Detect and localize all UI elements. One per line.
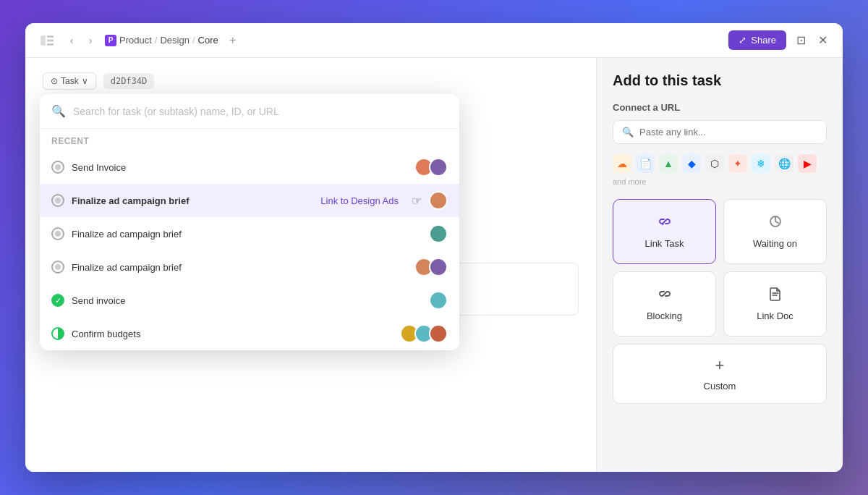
waiting-on-label: Waiting on — [753, 238, 797, 249]
breadcrumb-core[interactable]: Core — [198, 35, 218, 46]
drive-icon[interactable]: ▲ — [659, 154, 678, 173]
item-status-icon — [51, 327, 64, 340]
task-badge-label: Task — [61, 76, 79, 86]
breadcrumb-design[interactable]: Design — [160, 35, 189, 46]
dropdown-item[interactable]: Send Invoice — [40, 151, 459, 184]
dropdown-item[interactable]: ✓Send invoice — [40, 284, 459, 317]
search-input[interactable]: Search for task (or subtask) name, ID, o… — [73, 106, 448, 117]
action-card-blocking[interactable]: Blocking — [613, 271, 716, 337]
right-panel: Add to this task Connect a URL 🔍 ☁📄▲◆⬡✦❄… — [597, 58, 843, 472]
action-card-custom[interactable]: + Custom — [613, 344, 827, 404]
dropdown-item[interactable]: Finalize ad campaign brief — [40, 250, 459, 284]
close-button[interactable]: ✕ — [814, 32, 831, 49]
clickup-icon[interactable]: ☁ — [613, 154, 631, 173]
titlebar-left: ‹ › P Product / Design / Core + — [37, 30, 242, 51]
link-doc-icon — [769, 287, 782, 305]
share-icon: ⤢ — [739, 35, 746, 46]
avatar — [429, 158, 448, 177]
avatar — [429, 258, 448, 276]
custom-label: Custom — [704, 381, 736, 392]
svg-rect-1 — [47, 35, 54, 38]
task-type-badge[interactable]: ⊙ Task ∨ — [43, 72, 96, 90]
url-input-wrapper: 🔍 — [613, 120, 827, 144]
action-card-link-doc[interactable]: Link Doc — [723, 271, 827, 337]
titlebar-right: ⤢ Share ⊡ ✕ — [728, 30, 831, 50]
minimize-button[interactable]: ⊡ — [792, 32, 809, 49]
nav-arrows: ‹ › — [63, 32, 99, 49]
avatar — [429, 324, 448, 343]
dropdown-item[interactable]: Finalize ad campaign brief — [40, 217, 459, 250]
blocking-label: Blocking — [647, 310, 682, 321]
github-icon[interactable]: ⬡ — [705, 154, 724, 173]
avatar-group — [400, 324, 448, 343]
link-task-icon — [658, 214, 672, 232]
dropdown-item[interactable]: Confirm budgets — [40, 317, 459, 350]
avatar-group — [414, 258, 448, 276]
task-dropdown-icon: ∨ — [82, 76, 88, 86]
youtube-icon[interactable]: ▶ — [798, 154, 817, 173]
breadcrumb-product[interactable]: Product — [119, 35, 152, 46]
back-button[interactable]: ‹ — [63, 32, 80, 49]
panel-title: Add to this task — [613, 72, 827, 89]
avatar — [429, 291, 448, 310]
search-dropdown: 🔍 Search for task (or subtask) name, ID,… — [40, 94, 459, 350]
search-input-wrapper: 🔍 Search for task (or subtask) name, ID,… — [40, 94, 459, 129]
cursor-icon: ☞ — [412, 194, 422, 208]
task-header: ⊙ Task ∨ d2Df34D — [43, 72, 579, 90]
dropdown-items-list: Send InvoiceFinalize ad campaign briefLi… — [40, 151, 459, 350]
svg-rect-3 — [47, 43, 54, 46]
avatar-group — [414, 158, 448, 177]
link-task-label: Link Task — [645, 238, 684, 249]
share-label: Share — [751, 35, 776, 46]
waiting-on-icon — [768, 214, 783, 232]
action-card-link-task[interactable]: Link Task — [613, 199, 716, 264]
action-card-waiting-on[interactable]: Waiting on — [723, 199, 827, 264]
item-status-icon: ✓ — [51, 294, 64, 307]
svg-rect-0 — [41, 35, 46, 46]
recent-label: Recent — [40, 129, 459, 151]
avatar — [429, 191, 448, 210]
item-name: Send invoice — [72, 295, 422, 306]
item-status-icon — [51, 227, 64, 240]
item-name: Finalize ad campaign brief — [72, 195, 313, 206]
main-content: ⊙ Task ∨ d2Df34D Acr ◷ Sta 👤 Ass 🏷 Tag ⚑ — [25, 58, 843, 472]
figma-icon[interactable]: ✦ — [728, 154, 747, 173]
window-controls: ⊡ ✕ — [792, 32, 831, 49]
item-status-icon — [51, 161, 64, 174]
dropdown-item[interactable]: Finalize ad campaign briefLink to Design… — [40, 184, 459, 217]
search-icon: 🔍 — [51, 104, 66, 118]
left-panel: ⊙ Task ∨ d2Df34D Acr ◷ Sta 👤 Ass 🏷 Tag ⚑ — [25, 58, 597, 472]
svg-rect-2 — [47, 39, 54, 41]
item-name: Finalize ad campaign brief — [72, 262, 407, 273]
integrations-row: ☁📄▲◆⬡✦❄🌐▶and more — [613, 154, 827, 186]
url-input[interactable] — [639, 127, 817, 138]
share-button[interactable]: ⤢ Share — [728, 30, 786, 50]
and-more-label: and more — [613, 177, 646, 186]
snowflake-icon[interactable]: ❄ — [752, 154, 770, 173]
item-name: Confirm budgets — [72, 329, 393, 339]
forward-button[interactable]: › — [82, 32, 99, 49]
item-name: Finalize ad campaign brief — [72, 229, 422, 240]
avatar-group — [429, 191, 448, 210]
product-icon: P — [105, 35, 116, 46]
add-tab-button[interactable]: + — [224, 32, 242, 49]
avatar-group — [429, 291, 448, 310]
avatar — [429, 224, 448, 243]
link-doc-label: Link Doc — [757, 310, 793, 321]
sidebar-toggle-button[interactable] — [37, 30, 57, 51]
item-status-icon — [51, 194, 64, 207]
link-label: Link to Design Ads — [320, 195, 399, 206]
doc-icon[interactable]: 📄 — [636, 154, 655, 173]
titlebar: ‹ › P Product / Design / Core + ⤢ Share … — [25, 23, 843, 58]
breadcrumb: P Product / Design / Core — [105, 35, 218, 46]
blocking-icon — [658, 287, 672, 305]
app-window: ‹ › P Product / Design / Core + ⤢ Share … — [25, 23, 843, 472]
web-icon[interactable]: 🌐 — [775, 154, 793, 173]
action-grid: Link TaskWaiting onBlockingLink Doc + Cu… — [613, 199, 827, 404]
url-search-icon: 🔍 — [622, 127, 634, 138]
item-status-icon — [51, 261, 64, 274]
dropbox-icon[interactable]: ◆ — [682, 154, 701, 173]
connect-url-label: Connect a URL — [613, 102, 827, 113]
custom-icon: + — [715, 356, 725, 375]
item-name: Send Invoice — [72, 162, 407, 173]
